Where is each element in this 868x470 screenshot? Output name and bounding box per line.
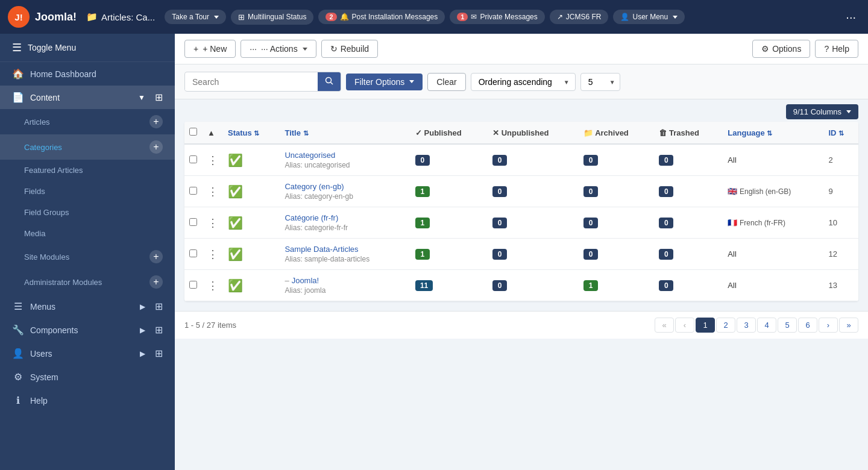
row-dots-menu[interactable]: ⋮	[207, 280, 218, 292]
new-button[interactable]: + + New	[184, 40, 236, 58]
row-checkbox[interactable]	[189, 249, 197, 257]
admin-modules-add-button[interactable]: +	[149, 275, 163, 289]
published-count[interactable]: 11	[415, 280, 433, 291]
sidebar-item-articles[interactable]: Articles +	[0, 109, 175, 134]
sidebar-item-users[interactable]: 👤 Users ▶ ⊞	[0, 342, 175, 365]
th-id[interactable]: ID ⇅	[823, 122, 858, 144]
logo[interactable]: J! Joomla!	[7, 5, 77, 28]
page-last-button[interactable]: »	[839, 318, 858, 333]
trashed-count[interactable]: 0	[659, 280, 673, 291]
take-tour-button[interactable]: Take a Tour	[165, 10, 226, 24]
archived-count[interactable]: 0	[583, 155, 598, 166]
jcms-button[interactable]: ↗ JCMS6 FR	[550, 10, 609, 24]
columns-button[interactable]: 9/11 Columns	[786, 104, 858, 119]
page-next-button[interactable]: ›	[819, 318, 838, 333]
page-first-button[interactable]: «	[655, 318, 674, 333]
sidebar-item-categories[interactable]: Categories +	[0, 134, 175, 160]
sidebar-item-fields[interactable]: Fields	[0, 181, 175, 202]
trashed-count[interactable]: 0	[659, 155, 673, 166]
published-count[interactable]: 0	[415, 155, 430, 166]
row-dots-menu[interactable]: ⋮	[207, 248, 218, 260]
status-published-icon[interactable]: ✅	[228, 248, 243, 261]
trashed-count[interactable]: 0	[659, 218, 673, 228]
sidebar-item-site-modules[interactable]: Site Modules +	[0, 244, 175, 269]
sidebar-item-content[interactable]: 📄 Content ▼ ⊞	[0, 86, 175, 109]
actions-button[interactable]: ··· ··· Actions	[241, 40, 316, 58]
trashed-count[interactable]: 0	[659, 249, 673, 260]
row-published-cell: 1	[410, 239, 488, 270]
sidebar-item-system[interactable]: ⚙ System	[0, 365, 175, 389]
clear-button[interactable]: Clear	[427, 73, 465, 91]
search-button[interactable]	[318, 72, 341, 91]
row-dots-menu[interactable]: ⋮	[207, 186, 218, 198]
status-published-icon[interactable]: ✅	[228, 154, 243, 167]
more-options-button[interactable]: ···	[841, 8, 861, 27]
page-6-button[interactable]: 6	[798, 318, 817, 333]
page-3-button[interactable]: 3	[737, 318, 756, 333]
category-title-link[interactable]: Uncategorised	[285, 151, 335, 160]
unpublished-count[interactable]: 0	[492, 218, 507, 228]
field-groups-label: Field Groups	[24, 208, 163, 217]
page-5-button[interactable]: 5	[778, 318, 797, 333]
row-checkbox[interactable]	[189, 218, 197, 226]
post-install-button[interactable]: 2 🔔 Post Installation Messages	[318, 10, 445, 24]
row-checkbox[interactable]	[189, 187, 197, 195]
published-count[interactable]: 1	[415, 249, 430, 260]
sidebar-item-admin-modules[interactable]: Administrator Modules +	[0, 269, 175, 295]
sidebar-item-featured-articles[interactable]: Featured Articles	[0, 160, 175, 181]
page-prev-button[interactable]: ‹	[675, 318, 694, 333]
rebuild-button[interactable]: ↻ Rebuild	[321, 40, 378, 58]
row-dots-menu[interactable]: ⋮	[207, 217, 218, 229]
search-input[interactable]	[185, 74, 318, 90]
category-title-link[interactable]: Category (en-gb)	[285, 182, 344, 191]
archived-count[interactable]: 0	[583, 249, 598, 260]
category-title-link[interactable]: Catégorie (fr-fr)	[285, 213, 338, 222]
sidebar-item-media[interactable]: Media	[0, 223, 175, 244]
toggle-menu-item[interactable]: ☰ Home Dashboard Toggle Menu	[0, 34, 175, 62]
archived-count[interactable]: 0	[583, 186, 598, 197]
th-status[interactable]: Status ⇅	[223, 122, 280, 144]
private-messages-button[interactable]: 1 ✉ Private Messages	[450, 10, 545, 24]
row-dots-menu[interactable]: ⋮	[207, 154, 218, 166]
category-title-link[interactable]: Joomla!	[292, 276, 319, 285]
archived-count[interactable]: 1	[583, 280, 598, 291]
filter-options-button[interactable]: Filter Options	[346, 74, 423, 90]
category-title-link[interactable]: Sample Data-Articles	[285, 245, 358, 254]
status-published-icon[interactable]: ✅	[228, 185, 243, 198]
th-trashed: 🗑 Trashed	[654, 122, 723, 144]
status-published-icon[interactable]: ✅	[228, 216, 243, 230]
sidebar-item-field-groups[interactable]: Field Groups	[0, 202, 175, 223]
published-count[interactable]: 1	[415, 186, 430, 197]
archived-folder-icon: 📁	[583, 128, 593, 137]
th-title[interactable]: Title ⇅	[280, 122, 410, 144]
unpublished-count[interactable]: 0	[492, 155, 507, 166]
row-checkbox[interactable]	[189, 281, 197, 289]
archived-count[interactable]: 0	[583, 218, 598, 228]
categories-add-button[interactable]: +	[149, 140, 163, 154]
unpublished-count[interactable]: 0	[492, 186, 507, 197]
site-modules-add-button[interactable]: +	[149, 250, 163, 263]
row-checkbox[interactable]	[189, 155, 197, 163]
page-2-button[interactable]: 2	[716, 318, 735, 333]
sidebar-item-menus[interactable]: ☰ Menus ▶ ⊞	[0, 295, 175, 318]
select-all-checkbox[interactable]	[189, 128, 197, 136]
page-1-button[interactable]: 1	[696, 318, 715, 333]
published-count[interactable]: 1	[415, 218, 430, 228]
multilingual-status-button[interactable]: ⊞ Multilingual Status	[231, 10, 313, 25]
user-menu-button[interactable]: 👤 User Menu	[613, 10, 685, 24]
per-page-select[interactable]: 5 10 20 50 100 All	[580, 73, 620, 91]
articles-add-button[interactable]: +	[149, 115, 163, 128]
sidebar-item-help[interactable]: ℹ Help	[0, 389, 175, 412]
options-button[interactable]: ⚙ Options	[752, 40, 810, 58]
status-published-icon[interactable]: ✅	[228, 279, 243, 292]
sidebar-item-home-dashboard[interactable]: 🏠 Home Dashboard	[0, 62, 175, 86]
help-button[interactable]: ? Help	[815, 40, 858, 58]
ordering-select[interactable]: Ordering ascending Ordering descending T…	[471, 73, 576, 91]
trashed-count[interactable]: 0	[659, 186, 673, 197]
unpublished-count[interactable]: 0	[492, 249, 507, 260]
page-4-button[interactable]: 4	[757, 318, 776, 333]
unpublished-count[interactable]: 0	[492, 280, 507, 291]
sidebar: ☰ Home Dashboard Toggle Menu 🏠 Home Dash…	[0, 34, 175, 470]
th-language[interactable]: Language ⇅	[723, 122, 823, 144]
sidebar-item-components[interactable]: 🔧 Components ▶ ⊞	[0, 318, 175, 342]
